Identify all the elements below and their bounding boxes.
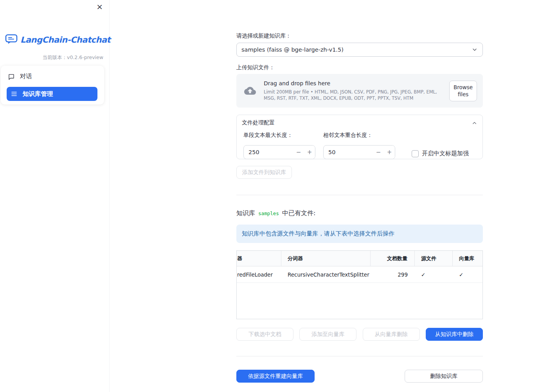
expander-body: 单段文本最大长度： 250 − + 相邻文本重合长度： 50 − + [237,126,482,159]
sidebar-item-kb-management[interactable]: 知识库管理 [7,87,97,101]
uploader-limit-text: Limit 200MB per file • HTML, MD, JSON, C… [264,89,449,101]
version-text: 当前版本：v0.2.6-preview [43,54,104,61]
chevron-up-icon [472,120,477,126]
version-label: 当前版本： [43,54,67,60]
cloud-upload-icon [243,85,257,97]
sidebar-item-label: 知识库管理 [23,90,53,98]
cell-source-file-check: ✓ [415,266,453,282]
chunk-size-decrement-button[interactable]: − [293,146,304,159]
column-header-vector-store[interactable]: 向量库 [453,251,482,266]
zh-title-enhance-checkbox[interactable]: 开启中文标题加强 [412,150,469,157]
logo-text: LangChain-Chatchat [20,35,110,45]
download-selected-button[interactable]: 下载选中文档 [236,328,293,341]
chunk-size-increment-button[interactable]: + [304,146,315,159]
checkbox-label: 开启中文标题加强 [422,150,469,157]
cell-vector-store-check: ✓ [453,266,482,282]
column-header-doc-count[interactable]: 文档数量 [371,251,415,266]
add-files-to-kb-button[interactable]: 添加文件到知识库 [236,166,292,179]
column-header-source-file[interactable]: 源文件 [415,251,453,266]
browse-files-button[interactable]: Browse files [449,81,477,101]
overlap-size-label: 相邻文本重合长度： [323,132,395,139]
upload-label: 上传知识文件： [236,64,483,71]
existing-suffix: 中已有文件: [282,209,315,217]
sidebar-close-button[interactable]: × [96,2,103,11]
add-to-vector-store-button[interactable]: 添加至向量库 [299,328,356,341]
cell-splitter: RecursiveCharacterTextSplitter [281,266,371,282]
cell-doc-count: 299 [371,266,415,282]
divider [236,195,483,195]
divider [236,356,483,356]
table-row[interactable]: redFileLoader RecursiveCharacterTextSpli… [237,266,482,283]
app-logo: LangChain-Chatchat [5,34,110,46]
kb-select-label: 请选择或新建知识库： [236,32,483,40]
files-table: 器 分词器 文档数量 源文件 向量库 redFileLoader Recursi… [236,250,483,319]
file-config-expander: 文件处理配置 单段文本最大长度： 250 − + 相邻文 [236,115,483,159]
delete-from-kb-button[interactable]: 从知识库中删除 [426,328,483,341]
sidebar-item-label: 对话 [20,72,32,81]
main-content: 请选择或新建知识库： samples (faiss @ bge-large-zh… [236,0,483,383]
chat-bubble-icon [8,73,15,80]
chunk-size-group: 单段文本最大长度： 250 − + [243,132,315,159]
delete-from-vector-store-button[interactable]: 从向量库删除 [363,328,420,341]
logo-chat-bubble-icon [5,34,18,46]
chunk-size-input[interactable]: 250 − + [243,145,315,159]
expander-title: 文件处理配置 [242,119,275,126]
sidebar-item-chat[interactable]: 对话 [4,69,101,84]
list-icon [11,90,18,97]
column-header-splitter[interactable]: 分词器 [281,251,371,266]
existing-prefix: 知识库 [236,209,255,217]
delete-kb-button[interactable]: 删除知识库 [405,370,483,383]
uploader-title: Drag and drop files here [264,80,449,86]
overlap-size-group: 相邻文本重合长度： 50 − + [323,132,395,159]
kb-name-code: samples [257,210,280,216]
existing-files-heading: 知识库 samples 中已有文件: [236,209,483,218]
file-action-buttons: 下载选中文档 添加至向量库 从向量库删除 从知识库中删除 [236,328,483,341]
uploader-texts: Drag and drop files here Limit 200MB per… [264,80,449,101]
table-header-row: 器 分词器 文档数量 源文件 向量库 [237,251,482,266]
sidebar-menu: 对话 知识库管理 [1,66,104,104]
file-uploader-dropzone[interactable]: Drag and drop files here Limit 200MB per… [236,74,483,108]
column-header-loader[interactable]: 器 [237,251,281,266]
chevron-down-icon [472,47,478,53]
overlap-size-value: 50 [324,149,373,155]
overlap-increment-button[interactable]: + [384,146,395,159]
checkbox-box[interactable] [412,150,419,157]
app-root: × LangChain-Chatchat 当前版本：v0.2.6-preview [0,0,540,392]
info-text: 知识库中包含源文件与向量库，请从下表中选择文件后操作 [242,230,394,237]
expander-header[interactable]: 文件处理配置 [237,115,482,126]
kb-select[interactable]: samples (faiss @ bge-large-zh-v1.5) [236,43,483,57]
version-value: v0.2.6-preview [67,54,103,60]
overlap-decrement-button[interactable]: − [373,146,384,159]
overlap-size-input[interactable]: 50 − + [323,145,395,159]
kb-select-value: samples (faiss @ bge-large-zh-v1.5) [241,47,472,53]
table-empty-area [237,283,482,319]
kb-action-buttons: 依据源文件重建向量库 删除知识库 [236,370,483,383]
info-banner: 知识库中包含源文件与向量库，请从下表中选择文件后操作 [236,225,483,243]
sidebar: × LangChain-Chatchat 当前版本：v0.2.6-preview [0,0,110,392]
cell-loader: redFileLoader [237,266,281,282]
chunk-size-value: 250 [244,149,293,155]
chunk-size-label: 单段文本最大长度： [243,132,315,139]
rebuild-vector-store-button[interactable]: 依据源文件重建向量库 [236,370,315,383]
